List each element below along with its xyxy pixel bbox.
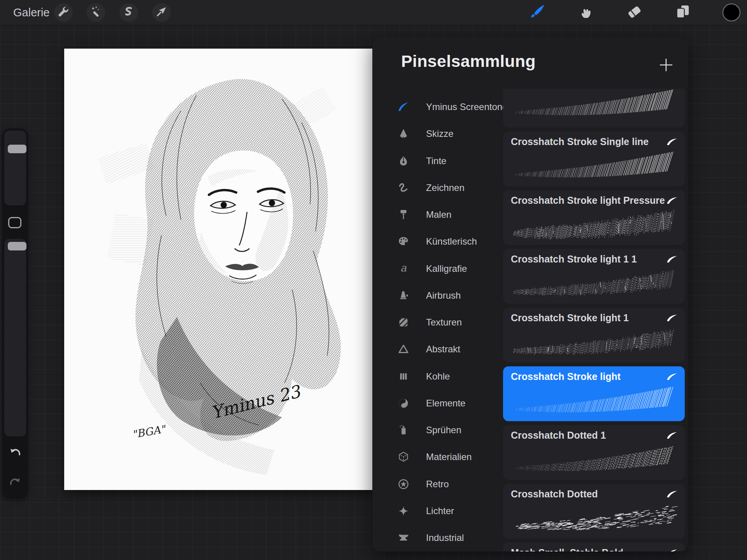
modify-button[interactable]: [8, 217, 21, 228]
category-skizze[interactable]: Skizze: [388, 124, 501, 143]
pencil-icon: [398, 128, 409, 140]
color-swatch[interactable]: [722, 4, 740, 21]
paint-tool-button[interactable]: [529, 4, 545, 21]
category-abstrakt[interactable]: Abstrakt: [388, 340, 501, 359]
brush-stroke-icon: [666, 549, 678, 551]
category-label: Elemente: [426, 398, 465, 409]
category-kohle[interactable]: Kohle: [388, 367, 501, 386]
category-label: Künstlerisch: [426, 236, 477, 247]
brush-stroke-preview: [506, 385, 681, 419]
brush-card-crosshatch-dotted-1[interactable]: Crosshatch Dotted 1: [503, 425, 685, 480]
brush-stroke-preview: [506, 326, 681, 360]
brush-card-crosshatch-dotted[interactable]: Crosshatch Dotted: [503, 484, 685, 539]
palette-icon: [398, 236, 409, 247]
brush-name: Crosshatch Stroke Single line: [511, 136, 649, 147]
add-brush-button[interactable]: [658, 57, 674, 73]
smudge-icon: [578, 4, 593, 21]
brush-name: Crosshatch Stroke light 1 1: [511, 254, 637, 265]
brush-card-mesh-small-stable-bold[interactable]: Mesh Small, Stable Bold: [503, 542, 685, 551]
brush-stroke-icon: [666, 314, 678, 322]
swoosh-blue-icon: [398, 101, 409, 113]
category-label: Airbrush: [426, 290, 461, 301]
brush-card-crosshatch-stroke-light-1[interactable]: Crosshatch Stroke light 1: [503, 308, 685, 362]
category-materialien[interactable]: Materialien: [388, 448, 501, 466]
category-zeichnen[interactable]: Zeichnen: [388, 178, 501, 197]
brush-size-handle[interactable]: [8, 145, 26, 153]
brush-name: Mesh Small, Stable Bold: [511, 547, 623, 551]
transform-button[interactable]: [152, 3, 171, 22]
category-label: Zeichnen: [426, 182, 465, 193]
brush-category-list: Yminus ScreentoneSkizzeTinteZeichnenMale…: [372, 89, 503, 551]
brush-card-crosshatch-stroke-light[interactable]: Crosshatch Stroke light: [503, 366, 685, 421]
airbrush-icon: [398, 290, 409, 301]
category-k-nstlerisch[interactable]: Künstlerisch: [388, 232, 501, 251]
plus-icon: [659, 58, 673, 72]
brush-name: Crosshatch Stroke light 1: [511, 312, 629, 324]
texture-icon: [398, 317, 409, 328]
brush-panel: Pinselsammlung Yminus ScreentoneSkizzeTi…: [372, 37, 688, 551]
brush-card-crosshatch-stroke-light-pressure[interactable]: Crosshatch Stroke light Pressure: [503, 190, 685, 245]
undo-button[interactable]: [9, 446, 22, 460]
brush-name: Crosshatch Dotted 1: [511, 430, 606, 441]
category-tinte[interactable]: Tinte: [388, 152, 501, 170]
anvil-icon: [398, 532, 409, 544]
category-label: Yminus Screentone: [426, 102, 503, 112]
category-label: Kohle: [426, 371, 450, 382]
brush-name: Crosshatch Dotted: [511, 488, 598, 500]
opacity-slider[interactable]: [4, 239, 26, 436]
category-label: Malen: [426, 209, 451, 220]
selection-s-icon: [123, 6, 135, 19]
brush-stroke-icon: [666, 432, 678, 439]
svg-text:a: a: [400, 263, 407, 274]
category-label: Kalligrafie: [426, 263, 467, 274]
gallery-button[interactable]: Galerie: [13, 0, 50, 25]
category-industrial[interactable]: Industrial: [388, 528, 501, 547]
panel-title: Pinselsammlung: [401, 52, 536, 71]
opacity-handle[interactable]: [8, 242, 26, 250]
selection-button[interactable]: [119, 3, 138, 22]
paintbrush-icon: [398, 209, 409, 220]
elements-icon: [398, 397, 409, 409]
adjustments-button[interactable]: [86, 3, 105, 22]
triangle-icon: [398, 343, 409, 355]
category-kalligrafie[interactable]: aKalligrafie: [388, 259, 501, 278]
actions-button[interactable]: [54, 3, 73, 22]
italic-a-icon: a: [398, 263, 409, 275]
star-circle-icon: [398, 478, 409, 490]
category-airbrush[interactable]: Airbrush: [388, 286, 501, 305]
brush-size-slider[interactable]: [4, 131, 26, 205]
category-label: Abstrakt: [426, 344, 460, 355]
brush-card-crosshatch-stroke-single-line[interactable]: Crosshatch Stroke Single line: [503, 131, 685, 186]
category-label: Industrial: [426, 532, 464, 543]
brush-card-scrolled[interactable]: [503, 89, 685, 128]
brush-stroke-icon: [666, 256, 678, 263]
redo-button[interactable]: [9, 476, 22, 489]
category-label: Lichter: [426, 506, 454, 516]
erase-tool-button[interactable]: [626, 4, 642, 21]
category-label: Texturen: [426, 317, 462, 328]
eraser-icon: [626, 4, 642, 21]
layers-tool-button[interactable]: [675, 4, 691, 21]
category-texturen[interactable]: Texturen: [388, 313, 501, 332]
category-lichter[interactable]: Lichter: [388, 502, 501, 520]
category-malen[interactable]: Malen: [388, 205, 501, 224]
squiggle-icon: [398, 182, 409, 194]
brush-name: Crosshatch Stroke light: [511, 371, 621, 382]
brush-stroke-preview: [506, 443, 681, 478]
brush-card-crosshatch-stroke-light-1-1[interactable]: Crosshatch Stroke light 1 1: [503, 249, 685, 304]
brush-stroke-icon: [666, 490, 678, 498]
nib-icon: [398, 155, 409, 167]
smudge-tool-button[interactable]: [577, 4, 594, 21]
brush-name: Crosshatch Stroke light Pressure: [511, 195, 665, 206]
sparkle-icon: [398, 505, 409, 517]
brush-icon: [529, 4, 545, 21]
brush-stroke-preview: [506, 267, 681, 301]
category-elemente[interactable]: Elemente: [388, 394, 501, 413]
layers-icon: [675, 4, 691, 21]
category-label: Skizze: [426, 128, 454, 139]
category-spr-hen[interactable]: Sprühen: [388, 421, 501, 439]
drawing-canvas[interactable]: Yminus 23 "BGA": [64, 49, 377, 490]
category-yminus-screentone[interactable]: Yminus Screentone: [388, 98, 501, 116]
category-label: Sprühen: [426, 425, 461, 436]
category-retro[interactable]: Retro: [388, 475, 501, 494]
